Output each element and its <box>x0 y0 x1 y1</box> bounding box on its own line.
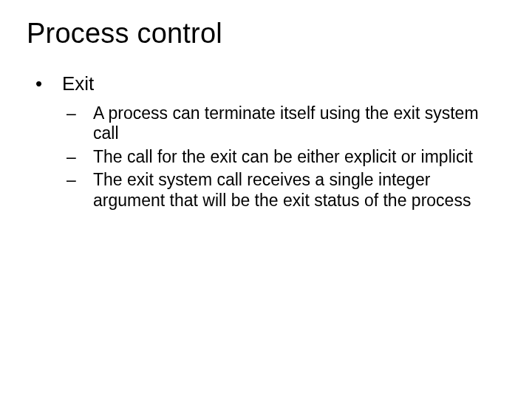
list-subitem: –The call for the exit can be either exp… <box>80 147 505 168</box>
slide: Process control •Exit –A process can ter… <box>0 0 532 399</box>
dash-icon: – <box>80 147 93 168</box>
dash-icon: – <box>80 170 93 191</box>
bullet-icon: • <box>49 72 62 96</box>
list-subitem-label: A process can terminate itself using the… <box>93 103 479 143</box>
list-subitem: –A process can terminate itself using th… <box>80 103 505 144</box>
slide-title: Process control <box>27 18 505 50</box>
list-subitem-label: The call for the exit can be either expl… <box>93 147 473 166</box>
dash-icon: – <box>80 103 93 124</box>
list-subitem-label: The exit system call receives a single i… <box>93 170 471 210</box>
list-item-label: Exit <box>62 72 94 95</box>
list-subitem: –The exit system call receives a single … <box>80 170 505 211</box>
list-item: •Exit <box>49 72 505 96</box>
